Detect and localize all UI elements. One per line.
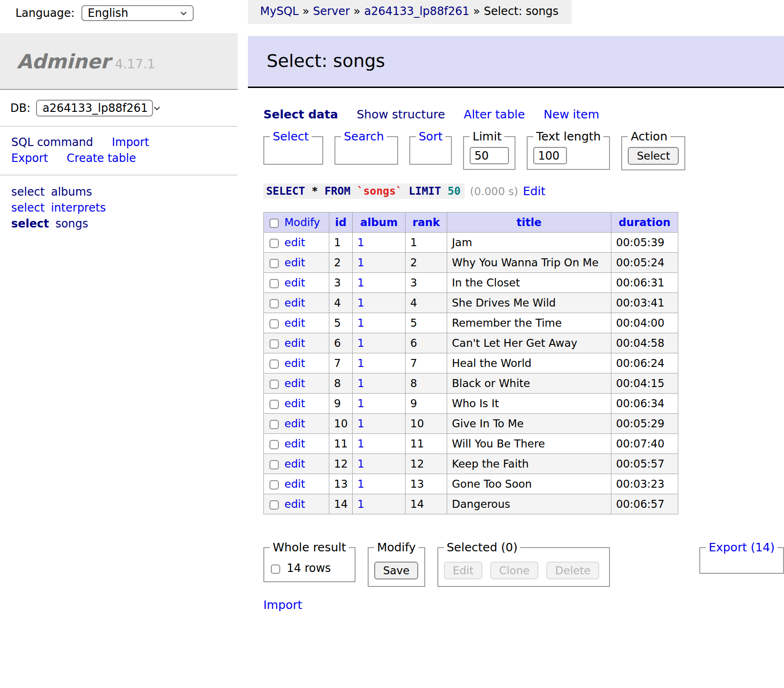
cell-title: Heal the World	[447, 353, 611, 373]
row-checkbox[interactable]	[269, 460, 279, 469]
album-link[interactable]: 1	[357, 397, 364, 410]
album-link[interactable]: 1	[357, 478, 364, 490]
text-length-input[interactable]	[533, 147, 567, 164]
cell-id: 12	[329, 454, 353, 474]
table-row: edit515Remember the Time00:04:00	[264, 313, 678, 333]
cell-title: Keep the Faith	[447, 454, 611, 474]
edit-row-link[interactable]: edit	[284, 277, 305, 289]
sort-link[interactable]: Sort	[419, 130, 443, 143]
edit-selected-button[interactable]: Edit	[444, 562, 483, 579]
column-header-duration[interactable]: duration	[619, 216, 671, 228]
row-checkbox[interactable]	[269, 299, 279, 308]
album-link[interactable]: 1	[357, 458, 364, 470]
breadcrumb-mysql-link[interactable]: MySQL	[260, 5, 298, 18]
cell-duration: 00:06:34	[611, 394, 678, 414]
select-all-checkbox[interactable]	[269, 219, 279, 228]
row-checkbox[interactable]	[269, 359, 279, 369]
edit-row-link[interactable]: edit	[284, 357, 305, 369]
select-interprets-link[interactable]: select	[11, 201, 44, 214]
row-checkbox[interactable]	[269, 440, 279, 449]
edit-row-link[interactable]: edit	[284, 297, 305, 309]
edit-row-link[interactable]: edit	[284, 438, 305, 450]
import-data-link[interactable]: Import	[263, 598, 302, 612]
album-link[interactable]: 1	[357, 297, 364, 309]
sql-command-link[interactable]: SQL command	[11, 136, 93, 149]
table-row: edit616Can't Let Her Get Away00:04:58	[264, 333, 678, 353]
sort-fieldset-body	[416, 145, 442, 159]
album-link[interactable]: 1	[357, 337, 364, 349]
tab-new-item[interactable]: New item	[544, 108, 599, 121]
sql-table-identifier: `songs`	[357, 185, 402, 197]
row-checkbox[interactable]	[269, 339, 279, 349]
export-result-link[interactable]: Export (14)	[709, 541, 775, 554]
album-link[interactable]: 1	[357, 317, 364, 329]
row-checkbox[interactable]	[269, 480, 279, 490]
album-link[interactable]: 1	[357, 498, 364, 510]
tab-alter-table[interactable]: Alter table	[464, 108, 525, 121]
row-checkbox[interactable]	[269, 259, 279, 268]
row-checkbox[interactable]	[269, 319, 279, 329]
clone-selected-button[interactable]: Clone	[490, 562, 538, 579]
album-link[interactable]: 1	[357, 357, 364, 369]
album-link[interactable]: 1	[357, 277, 364, 289]
delete-selected-button[interactable]: Delete	[546, 562, 600, 579]
export-link[interactable]: Export	[11, 152, 48, 165]
edit-row-link[interactable]: edit	[284, 478, 305, 490]
edit-query-link[interactable]: Edit	[523, 184, 545, 198]
breadcrumb-db-link[interactable]: a264133_lp88f261	[364, 5, 469, 18]
db-select[interactable]: a264133_lp88f261	[36, 100, 153, 117]
edit-row-link[interactable]: edit	[284, 458, 305, 470]
cell-duration: 00:06:24	[611, 353, 678, 373]
search-link[interactable]: Search	[344, 130, 384, 143]
edit-row-link[interactable]: edit	[284, 317, 305, 329]
edit-row-link[interactable]: edit	[284, 256, 305, 269]
interprets-table-link[interactable]: interprets	[51, 201, 106, 214]
album-link[interactable]: 1	[357, 377, 364, 389]
select-albums-link[interactable]: select	[11, 185, 44, 198]
modify-header-link[interactable]: Modify	[284, 216, 320, 228]
edit-row-link[interactable]: edit	[284, 397, 305, 410]
create-table-link[interactable]: Create table	[67, 152, 136, 165]
row-checkbox[interactable]	[269, 420, 279, 429]
column-header-album[interactable]: album	[360, 216, 398, 228]
cell-duration: 00:07:40	[611, 434, 678, 454]
row-checkbox[interactable]	[269, 239, 279, 248]
column-header-title[interactable]: title	[516, 216, 541, 228]
cell-title: Give In To Me	[447, 414, 611, 434]
breadcrumb-server-link[interactable]: Server	[313, 5, 350, 18]
column-header-rank[interactable]: rank	[413, 216, 440, 228]
cell-title: Jam	[447, 233, 611, 253]
tab-show-structure[interactable]: Show structure	[357, 108, 445, 121]
cell-duration: 00:05:39	[611, 233, 678, 253]
limit-input[interactable]	[470, 147, 509, 164]
save-button[interactable]: Save	[374, 562, 418, 579]
db-selected-value: a264133_lp88f261	[43, 102, 148, 115]
table-row: edit717Heal the World00:06:24	[264, 353, 678, 373]
import-link[interactable]: Import	[112, 136, 149, 149]
row-checkbox[interactable]	[269, 380, 279, 389]
rows-count-label: 14 rows	[287, 562, 331, 575]
select-action-button[interactable]: Select	[628, 147, 679, 165]
select-songs-link[interactable]: select	[11, 217, 49, 230]
select-columns-link[interactable]: Select	[273, 130, 309, 143]
album-link[interactable]: 1	[357, 417, 364, 430]
cell-id: 14	[329, 494, 353, 514]
column-header-id[interactable]: id	[335, 216, 346, 228]
whole-result-checkbox[interactable]	[271, 564, 280, 574]
album-link[interactable]: 1	[357, 236, 364, 249]
albums-table-link[interactable]: albums	[51, 185, 92, 198]
language-select[interactable]: English	[81, 5, 194, 21]
album-link[interactable]: 1	[357, 438, 364, 450]
row-checkbox[interactable]	[269, 500, 279, 510]
edit-row-link[interactable]: edit	[284, 236, 305, 249]
edit-row-link[interactable]: edit	[284, 498, 305, 510]
album-link[interactable]: 1	[357, 256, 364, 269]
songs-table-link[interactable]: songs	[55, 217, 88, 230]
tab-select-data[interactable]: Select data	[263, 108, 338, 121]
edit-row-link[interactable]: edit	[284, 377, 305, 389]
row-checkbox[interactable]	[269, 279, 279, 288]
edit-row-link[interactable]: edit	[284, 337, 305, 349]
row-checkbox[interactable]	[269, 400, 279, 409]
edit-row-link[interactable]: edit	[284, 417, 305, 430]
cell-title: In the Closet	[447, 273, 611, 293]
